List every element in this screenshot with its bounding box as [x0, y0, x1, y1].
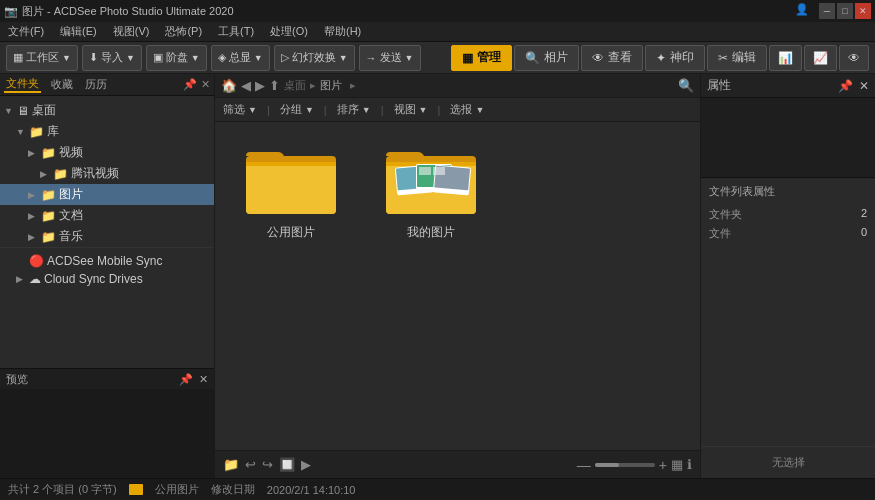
info-icon[interactable]: ℹ: [687, 457, 692, 472]
menu-edit[interactable]: 编辑(E): [56, 24, 101, 39]
grid-icon[interactable]: ▦: [671, 457, 683, 472]
pictures-icon: 📁: [41, 188, 56, 202]
view-label: 查看: [608, 49, 632, 66]
toolbar-import[interactable]: ⬇ 导入 ▼: [82, 45, 142, 71]
tab-stats2[interactable]: 📈: [804, 45, 837, 71]
forward-button[interactable]: ▶: [255, 78, 265, 93]
center-bottombar: 📁 ↩ ↪ 🔲 ▶ — + ▦ ℹ: [215, 450, 700, 478]
close-button[interactable]: ✕: [855, 3, 871, 19]
pictures-arrow: ▶: [28, 190, 38, 200]
tree-desktop[interactable]: ▼ 🖥 桌面: [0, 100, 214, 121]
search-button[interactable]: 🔍: [678, 78, 694, 93]
properties-pin-icon[interactable]: 📌: [838, 79, 853, 93]
grid-item-public-pictures[interactable]: 公用图片: [231, 138, 351, 241]
redo-icon[interactable]: ↪: [262, 457, 273, 472]
tree-cloud-sync[interactable]: ▶ ☁ Cloud Sync Drives: [0, 270, 214, 288]
toolbar-show[interactable]: ◈ 总显 ▼: [211, 45, 270, 71]
folder-nav-icon[interactable]: 📁: [223, 457, 239, 472]
zoom-slider[interactable]: [595, 463, 655, 467]
toolbar-slideshow[interactable]: ▷ 幻灯效换 ▼: [274, 45, 355, 71]
preview-title-bar: 预览 📌 ✕: [0, 369, 214, 389]
zoom-bar: — + ▦ ℹ: [577, 457, 692, 473]
tab-view[interactable]: 👁 查看: [581, 45, 643, 71]
zoom-minus[interactable]: —: [577, 457, 591, 473]
sort-button[interactable]: 排序 ▼: [335, 102, 373, 117]
menu-bar: 文件(F) 编辑(E) 视图(V) 恐怖(P) 工具(T) 处理(O) 帮助(H…: [0, 22, 875, 42]
file-tree: ▼ 🖥 桌面 ▼ 📁 库 ▶ 📁 视频 ▶ 📁 腾讯视频: [0, 96, 214, 368]
tree-library[interactable]: ▼ 📁 库: [0, 121, 214, 142]
desktop-arrow: ▼: [4, 106, 14, 116]
show-label: 总显: [229, 50, 251, 65]
filter-button[interactable]: 筛选 ▼: [221, 102, 259, 117]
tab-view2[interactable]: 👁: [839, 45, 869, 71]
import-label: 导入: [101, 50, 123, 65]
up-button[interactable]: ⬆: [269, 78, 280, 93]
back-button[interactable]: ◀: [241, 78, 251, 93]
tab-manage[interactable]: ▦ 管理: [451, 45, 512, 71]
preview-label: 预览: [6, 372, 28, 387]
folder-icon-public: [241, 138, 341, 218]
window-controls: 👤 ─ □ ✕: [795, 3, 871, 19]
music-arrow: ▶: [28, 232, 38, 242]
select-button[interactable]: 选报 ▼: [448, 102, 486, 117]
toolbar-send[interactable]: → 发送 ▼: [359, 45, 421, 71]
acdsee-label: ACDSee Mobile Sync: [47, 254, 162, 268]
pin-icon[interactable]: 📌: [183, 78, 197, 91]
zoom-plus[interactable]: +: [659, 457, 667, 473]
sync-section: 🔴 ACDSee Mobile Sync ▶ ☁ Cloud Sync Driv…: [0, 247, 214, 292]
grid-view-icon[interactable]: 🔲: [279, 457, 295, 472]
toolbar-workspace[interactable]: ▦ 工作区 ▼: [6, 45, 78, 71]
tab-folders[interactable]: 文件夹: [4, 76, 41, 93]
home-button[interactable]: 🏠: [221, 78, 237, 93]
toolbar-stage[interactable]: ▣ 阶盘 ▼: [146, 45, 207, 71]
preview-pin-icon[interactable]: 📌: [179, 373, 193, 386]
cloud-label: Cloud Sync Drives: [44, 272, 143, 286]
sep2: |: [324, 104, 327, 116]
tab-history[interactable]: 历历: [83, 77, 109, 92]
breadcrumb-desktop[interactable]: 桌面: [284, 78, 306, 93]
view-icon: 👁: [592, 51, 604, 65]
tree-pictures[interactable]: ▶ 📁 图片: [0, 184, 214, 205]
send-icon: →: [366, 52, 377, 64]
menu-tools[interactable]: 工具(T): [214, 24, 258, 39]
tab-edit[interactable]: ✂ 编辑: [707, 45, 767, 71]
tab-stats1[interactable]: 📊: [769, 45, 802, 71]
menu-file[interactable]: 文件(F): [4, 24, 48, 39]
tab-photo[interactable]: 🔍 相片: [514, 45, 579, 71]
maximize-button[interactable]: □: [837, 3, 853, 19]
grid-item-my-pictures[interactable]: 我的图片: [371, 138, 491, 241]
tree-tencent-video[interactable]: ▶ 📁 腾讯视频: [0, 163, 214, 184]
tree-music[interactable]: ▶ 📁 音乐: [0, 226, 214, 247]
documents-icon: 📁: [41, 209, 56, 223]
tab-favorites[interactable]: 收藏: [49, 77, 75, 92]
view-button[interactable]: 视图 ▼: [392, 102, 430, 117]
stats1-icon: 📊: [778, 51, 793, 65]
close-panel-icon[interactable]: ✕: [201, 78, 210, 91]
no-select-label: 无选择: [701, 446, 875, 478]
properties-close-icon[interactable]: ✕: [859, 79, 869, 93]
undo-icon[interactable]: ↩: [245, 457, 256, 472]
menu-process[interactable]: 处理(O): [266, 24, 312, 39]
sep1: |: [267, 104, 270, 116]
tab-stamp[interactable]: ✦ 神印: [645, 45, 705, 71]
tree-videos[interactable]: ▶ 📁 视频: [0, 142, 214, 163]
status-date-value: 2020/2/1 14:10:10: [267, 484, 356, 496]
folder-icon-my: [381, 138, 481, 218]
breadcrumb-pictures: 图片: [320, 78, 342, 93]
minimize-button[interactable]: ─: [819, 3, 835, 19]
group-button[interactable]: 分组 ▼: [278, 102, 316, 117]
tree-acdsee-sync[interactable]: 🔴 ACDSee Mobile Sync: [0, 252, 214, 270]
slideshow-label: 幻灯效换: [292, 50, 336, 65]
stage-icon: ▣: [153, 51, 163, 64]
menu-help[interactable]: 帮助(H): [320, 24, 365, 39]
pictures-label: 图片: [59, 186, 83, 203]
stats2-icon: 📈: [813, 51, 828, 65]
file-prop-value: 0: [861, 226, 867, 241]
item-count: 共计 2 个项目 (0 字节): [8, 482, 117, 497]
play-icon[interactable]: ▶: [301, 457, 311, 472]
send-label: 发送: [380, 50, 402, 65]
menu-fear[interactable]: 恐怖(P): [161, 24, 206, 39]
tree-documents[interactable]: ▶ 📁 文档: [0, 205, 214, 226]
menu-view[interactable]: 视图(V): [109, 24, 154, 39]
preview-close-icon[interactable]: ✕: [199, 373, 208, 386]
